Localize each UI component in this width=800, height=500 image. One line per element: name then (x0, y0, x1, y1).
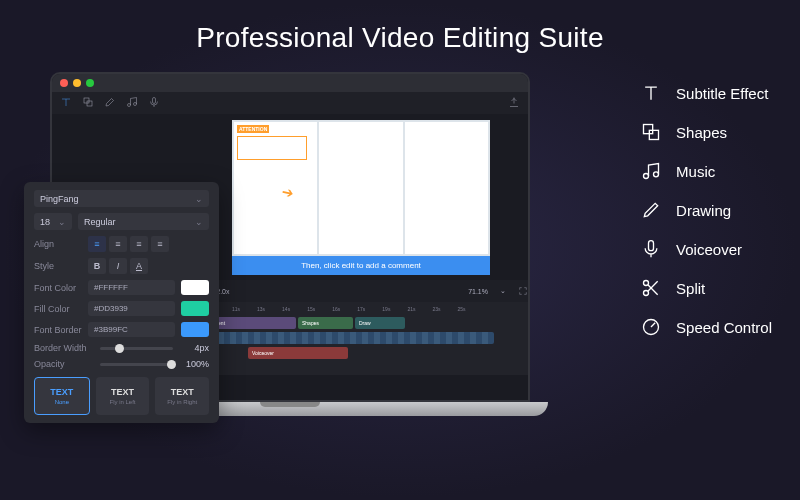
feature-item: Music (640, 160, 772, 182)
opacity-slider[interactable] (100, 363, 173, 366)
svg-point-2 (128, 104, 131, 107)
svg-point-9 (654, 172, 659, 177)
feature-label: Voiceover (676, 241, 742, 258)
scissors-icon (640, 277, 662, 299)
opacity-label: Opacity (34, 359, 94, 369)
svg-point-11 (644, 281, 649, 286)
preview-document-mid (319, 122, 402, 254)
border-color-label: Font Border (34, 325, 82, 335)
fill-color-hex[interactable]: #DD3939 (88, 301, 175, 316)
speed-icon (640, 316, 662, 338)
border-color-hex[interactable]: #3B99FC (88, 322, 175, 337)
arrow-annotation: ➔ (280, 183, 295, 201)
underline-button[interactable]: A (130, 258, 148, 274)
svg-rect-4 (153, 98, 156, 104)
close-traffic-light[interactable] (60, 79, 68, 87)
feature-label: Shapes (676, 124, 727, 141)
preview-document-right (405, 122, 488, 254)
font-color-hex[interactable]: #FFFFFF (88, 280, 175, 295)
feature-label: Music (676, 163, 715, 180)
align-left-button[interactable]: ≡ (88, 236, 106, 252)
svg-rect-0 (84, 98, 89, 103)
font-color-swatch[interactable] (181, 280, 209, 295)
fullscreen-button[interactable] (518, 286, 528, 297)
ruler-tick: 25s (458, 306, 466, 312)
ruler-tick: 13s (257, 306, 265, 312)
preset-text: TEXT (111, 387, 134, 397)
video-preview: ATTENTION ➔ Then, click edit to add a co… (232, 120, 490, 275)
feature-label: Speed Control (676, 319, 772, 336)
animation-preset[interactable]: TEXTFly in Right (155, 377, 209, 415)
italic-button[interactable]: I (109, 258, 127, 274)
font-weight-select[interactable]: Regular (78, 213, 209, 230)
voiceover-clip[interactable]: Voiceover (248, 347, 348, 359)
ruler-tick: 14s (282, 306, 290, 312)
text-tool-button[interactable] (60, 94, 72, 112)
window-titlebar (52, 74, 528, 92)
feature-item: Subtitle Effect (640, 82, 772, 104)
border-width-value: 4px (179, 343, 209, 353)
preview-document-left: ATTENTION ➔ (234, 122, 317, 254)
feature-item: Drawing (640, 199, 772, 221)
feature-label: Split (676, 280, 705, 297)
preset-text: TEXT (50, 387, 73, 397)
ruler-tick: 15s (307, 306, 315, 312)
zoom-level[interactable]: 71.1% (468, 288, 488, 295)
svg-point-12 (644, 291, 649, 296)
preset-text: TEXT (171, 387, 194, 397)
svg-rect-1 (87, 101, 92, 106)
draw-clip[interactable]: Draw (355, 317, 405, 329)
font-size-select[interactable]: 18 (34, 213, 72, 230)
hero-title: Professional Video Editing Suite (0, 0, 800, 54)
attention-tag: ATTENTION (237, 125, 269, 133)
minimize-traffic-light[interactable] (73, 79, 81, 87)
border-width-slider[interactable] (100, 347, 173, 350)
feature-label: Drawing (676, 202, 731, 219)
feature-label: Subtitle Effect (676, 85, 768, 102)
fill-color-swatch[interactable] (181, 301, 209, 316)
animation-preset[interactable]: TEXTNone (34, 377, 90, 415)
mic-tool-button[interactable] (148, 94, 160, 112)
ruler-tick: 21s (407, 306, 415, 312)
zoom-chevron-icon[interactable]: ⌄ (500, 287, 506, 295)
shapes-clip[interactable]: Shapes (298, 317, 353, 329)
style-label: Style (34, 261, 82, 271)
music-tool-button[interactable] (126, 94, 138, 112)
ruler-tick: 16s (332, 306, 340, 312)
draw-tool-button[interactable] (104, 94, 116, 112)
fill-color-label: Fill Color (34, 304, 82, 314)
feature-list: Subtitle EffectShapesMusicDrawingVoiceov… (640, 82, 772, 338)
opacity-value: 100% (179, 359, 209, 369)
animation-preset[interactable]: TEXTFly in Left (96, 377, 150, 415)
align-center-button[interactable]: ≡ (109, 236, 127, 252)
font-color-label: Font Color (34, 283, 82, 293)
highlight-box (237, 136, 307, 160)
align-label: Align (34, 239, 82, 249)
font-family-select[interactable]: PingFang (34, 190, 209, 207)
shapes-tool-button[interactable] (82, 94, 94, 112)
preset-label: Fly in Right (167, 399, 197, 405)
pencil-icon (640, 199, 662, 221)
subtitle-overlay: Then, click edit to add a comment (232, 256, 490, 275)
feature-item: Voiceover (640, 238, 772, 260)
ruler-tick: 19s (382, 306, 390, 312)
editor-toolbar (52, 92, 528, 114)
bold-button[interactable]: B (88, 258, 106, 274)
ruler-tick: 17s (357, 306, 365, 312)
preset-label: None (55, 399, 69, 405)
svg-rect-10 (649, 241, 654, 251)
preset-label: Fly in Left (110, 399, 136, 405)
align-right-button[interactable]: ≡ (130, 236, 148, 252)
svg-rect-7 (649, 130, 658, 139)
feature-item: Speed Control (640, 316, 772, 338)
maximize-traffic-light[interactable] (86, 79, 94, 87)
mic-icon (640, 238, 662, 260)
svg-point-8 (644, 174, 649, 179)
border-width-label: Border Width (34, 343, 94, 353)
align-justify-button[interactable]: ≡ (151, 236, 169, 252)
feature-item: Shapes (640, 121, 772, 143)
border-color-swatch[interactable] (181, 322, 209, 337)
ruler-tick: 11s (232, 306, 240, 312)
text-properties-panel: PingFang 18 Regular Align ≡ ≡ ≡ ≡ Style … (24, 182, 219, 423)
export-button[interactable] (508, 94, 520, 112)
